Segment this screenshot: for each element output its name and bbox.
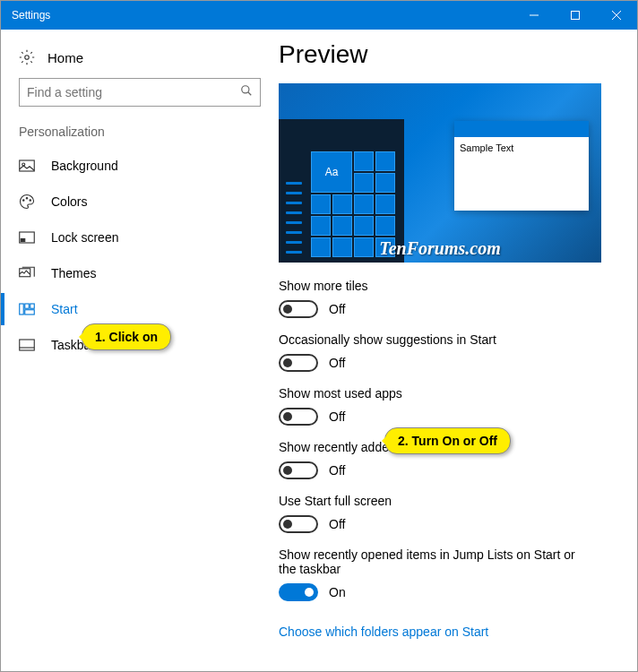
svg-rect-7: [20, 160, 35, 171]
toggle-state: On: [329, 585, 346, 599]
sidebar-item-themes[interactable]: Themes: [1, 255, 279, 291]
preview-image: Aa Sample Text TenForums.com: [279, 83, 601, 263]
minimize-button[interactable]: [513, 1, 555, 30]
sidebar-item-start[interactable]: Start: [1, 291, 279, 327]
themes-icon: [19, 265, 35, 281]
sidebar-item-label: Themes: [51, 266, 97, 280]
sidebar-item-label: Colors: [51, 194, 87, 209]
sidebar-item-label: Lock screen: [51, 230, 118, 245]
sidebar-item-background[interactable]: Background: [1, 148, 279, 184]
sidebar-item-label: Start: [51, 302, 78, 316]
main-panel: Preview Aa Sample Text TenForums.com Sho…: [279, 30, 637, 671]
titlebar: Settings: [1, 1, 637, 30]
watermark: TenForums.com: [379, 238, 500, 259]
svg-point-9: [23, 200, 25, 202]
svg-rect-15: [20, 304, 24, 314]
start-icon: [19, 301, 35, 317]
toggle-state: Off: [329, 463, 345, 478]
picture-icon: [19, 158, 35, 174]
svg-rect-13: [21, 239, 25, 242]
close-button[interactable]: [596, 1, 637, 30]
svg-line-6: [248, 92, 252, 96]
page-title: Preview: [279, 40, 623, 69]
callout-1: 1. Click on: [82, 323, 171, 350]
svg-rect-19: [20, 340, 35, 350]
sidebar-item-lockscreen[interactable]: Lock screen: [1, 220, 279, 255]
toggle-suggestions[interactable]: [279, 354, 318, 372]
sample-window: Sample Text: [454, 121, 589, 211]
home-button[interactable]: Home: [1, 46, 279, 78]
toggle-more-tiles[interactable]: [279, 300, 318, 318]
svg-point-4: [25, 56, 30, 60]
maximize-button[interactable]: [555, 1, 596, 30]
toggle-fullscreen[interactable]: [279, 515, 318, 533]
toggle-jumplists[interactable]: [279, 583, 318, 601]
window-title: Settings: [12, 9, 50, 22]
sidebar-item-colors[interactable]: Colors: [1, 184, 279, 220]
category-label: Personalization: [1, 123, 279, 148]
gear-icon: [19, 49, 35, 65]
callout-2: 2. Turn On or Off: [384, 427, 511, 454]
toggle-recently-added[interactable]: [279, 461, 318, 479]
toggle-state: Off: [329, 356, 345, 370]
toggle-state: Off: [329, 302, 345, 316]
palette-icon: [19, 194, 35, 210]
sidebar-item-label: Background: [51, 159, 118, 173]
lockscreen-icon: [19, 229, 35, 246]
setting-label-fullscreen: Use Start full screen: [279, 494, 623, 508]
sidebar: Home Personalization Background Colors L…: [1, 30, 279, 671]
toggle-state: Off: [329, 409, 345, 424]
toggle-state: Off: [329, 517, 345, 531]
svg-rect-16: [25, 304, 30, 308]
link-choose-folders[interactable]: Choose which folders appear on Start: [279, 625, 488, 639]
tile-aa: Aa: [311, 151, 352, 193]
setting-label-jumplists: Show recently opened items in Jump Lists…: [279, 547, 592, 576]
svg-rect-18: [25, 310, 35, 314]
svg-point-10: [26, 198, 28, 200]
setting-label-tiles: Show more tiles: [279, 279, 623, 293]
setting-label-most-used: Show most used apps: [279, 386, 623, 401]
setting-label-suggestions: Occasionally show suggestions in Start: [279, 332, 623, 347]
svg-point-11: [30, 200, 31, 202]
home-label: Home: [47, 50, 83, 65]
taskbar-icon: [19, 337, 35, 353]
svg-point-5: [242, 86, 249, 93]
search-field[interactable]: [27, 85, 240, 99]
search-icon: [240, 84, 253, 100]
svg-rect-1: [572, 12, 580, 20]
svg-rect-17: [30, 304, 35, 308]
toggle-most-used[interactable]: [279, 408, 318, 426]
search-input[interactable]: [19, 78, 261, 107]
